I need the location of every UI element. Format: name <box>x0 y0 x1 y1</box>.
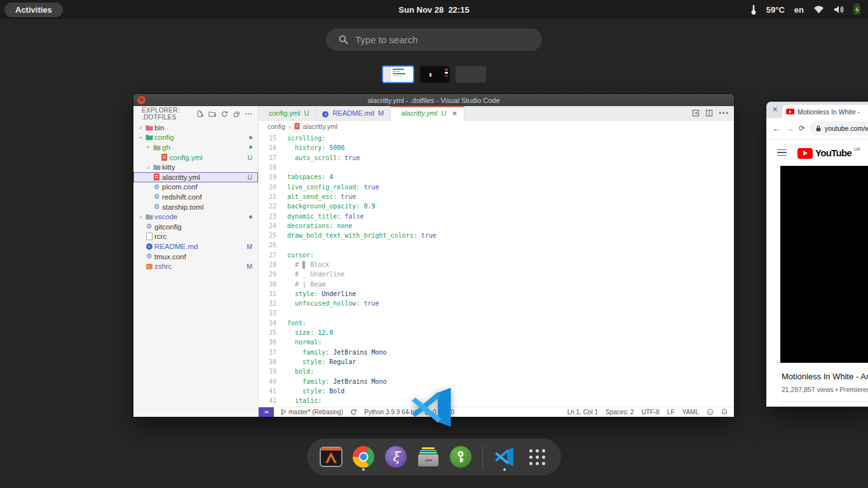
youtube-favicon <box>786 109 794 114</box>
back-button[interactable]: ← <box>772 124 781 133</box>
tree-item-gitconfig[interactable]: ⚙gitconfig <box>133 222 258 232</box>
search-input[interactable]: Type to search <box>326 29 542 51</box>
status-spaces[interactable]: Spaces: 2 <box>606 409 634 416</box>
keyboard-layout-indicator[interactable]: en <box>794 5 804 15</box>
tree-item-picom.conf[interactable]: ⚙picom.conf <box>133 182 258 193</box>
address-bar[interactable]: youtube.com/wa <box>810 121 868 135</box>
workspace-thumbnail-2[interactable] <box>420 66 450 83</box>
breadcrumb-folder[interactable]: config <box>268 123 285 130</box>
code-line: 16 history: 5000 <box>259 143 734 152</box>
workspace-thumbnail-1-active[interactable] <box>382 65 414 83</box>
status-yaml[interactable]: YAML <box>682 409 700 416</box>
more-actions-icon[interactable]: ··· <box>245 110 253 118</box>
status-sync[interactable] <box>350 409 357 416</box>
status-ln[interactable]: Ln 1, Col 1 <box>567 409 598 416</box>
tree-item-tmux.conf[interactable]: ⚙tmux.conf <box>133 252 258 262</box>
close-tab-icon[interactable]: ✕ <box>452 110 457 117</box>
menu-icon[interactable] <box>777 149 787 156</box>
dock-keepass-icon[interactable] <box>449 443 473 471</box>
tree-item-redshift.conf[interactable]: ⚙redshift.conf <box>133 192 258 202</box>
line-number: 27 <box>259 252 276 259</box>
status-interpreter[interactable]: Python 3.9.9 64-bit <box>364 409 417 416</box>
tree-item-zshrc[interactable]: >_zshrcM <box>133 261 258 271</box>
code-line: 20live_config_reload: true <box>259 182 734 191</box>
new-folder-icon[interactable] <box>208 111 216 118</box>
code-tokens: bold: <box>287 368 314 375</box>
code-line: 42 italic: <box>259 396 734 405</box>
more-editor-actions-icon[interactable]: ··· <box>719 107 729 119</box>
video-player[interactable] <box>780 166 868 363</box>
chevron-icon: › <box>145 164 152 171</box>
tab-git-badge: U <box>304 109 309 117</box>
dock-alacritty-icon[interactable] <box>319 443 343 471</box>
notifications-bell-icon[interactable] <box>721 409 728 416</box>
git-dot <box>249 146 258 149</box>
file-tree: ›bin›config›ghconfig.ymlU›kittyalacritty… <box>133 123 258 271</box>
tab-config.yml[interactable]: config.ymlU <box>259 106 316 120</box>
video-meta: 21,287,857 views • Premiered Dec <box>782 386 868 393</box>
tree-item-rcrc[interactable]: rcrc <box>133 232 258 242</box>
code-tokens: decorations: none <box>287 222 352 229</box>
gear-icon: ⚙ <box>144 223 154 230</box>
shell-icon: >_ <box>144 264 154 269</box>
tree-item-vscode[interactable]: ›vscode <box>133 212 258 222</box>
forward-button[interactable]: → <box>785 124 794 133</box>
dock-app-grid-icon[interactable] <box>525 443 549 471</box>
vscode-title-bar[interactable]: ✕ alacritty.yml - .dotfiles - Visual Stu… <box>133 94 734 106</box>
tree-item-README.md[interactable]: iREADME.mdM <box>133 241 258 252</box>
reload-button[interactable]: ⟳ <box>799 124 805 133</box>
dock-files-icon[interactable] <box>416 443 440 471</box>
code-tokens: style: Underline <box>287 290 356 297</box>
tab-label: alacritty.yml <box>401 109 437 117</box>
code-tokens: live_config_reload: true <box>287 184 379 191</box>
wifi-icon <box>813 5 824 14</box>
workspace-switcher <box>0 65 868 83</box>
remote-indicator[interactable]: >< <box>259 407 274 417</box>
code-editor[interactable]: 15scrolling:16 history: 500017 auto_scro… <box>259 132 734 407</box>
tree-item-label: vscode <box>154 213 177 220</box>
tree-item-kitty[interactable]: ›kitty <box>133 162 258 172</box>
status-branch[interactable]: master* (Rebasing) <box>280 409 343 416</box>
explorer-sidebar: EXPLORER: .DOTFILES ··· ›bin›config›ghco… <box>133 106 259 417</box>
close-window-button[interactable]: ✕ <box>137 96 146 104</box>
chevron-icon: › <box>145 144 152 151</box>
refresh-icon[interactable] <box>221 111 228 118</box>
tree-item-config[interactable]: ›config <box>133 133 258 143</box>
workspace-thumbnail-3[interactable] <box>456 66 486 83</box>
tree-item-alacritty.yml[interactable]: alacritty.ymlU <box>133 172 258 182</box>
tab-alacritty.yml[interactable]: alacritty.ymlU✕ <box>391 106 465 121</box>
new-file-icon[interactable] <box>196 110 203 118</box>
breadcrumb[interactable]: config › alacritty.yml <box>259 121 734 132</box>
status-utf-8[interactable]: UTF-8 <box>641 409 659 416</box>
tree-item-starship.toml[interactable]: ⚙starship.toml <box>133 202 258 212</box>
split-editor-icon[interactable] <box>705 109 713 117</box>
status-lf[interactable]: LF <box>667 409 675 416</box>
tree-item-bin[interactable]: ›bin <box>133 123 258 133</box>
line-number: 16 <box>259 144 276 151</box>
clock[interactable]: Sun Nov 28 22:15 <box>0 5 868 15</box>
code-line: 21alt_send_esc: true <box>259 192 734 201</box>
dock-chrome-icon[interactable] <box>351 443 376 471</box>
dock-vscode-icon[interactable] <box>492 443 517 471</box>
line-number: 36 <box>259 339 276 346</box>
collapse-all-icon[interactable] <box>233 111 240 118</box>
dock-emacs-icon[interactable]: ξ <box>384 443 408 471</box>
chrome-active-tab[interactable]: Motionless In White - ◄ <box>782 105 868 118</box>
chevron-icon: › <box>137 214 144 220</box>
open-changes-icon[interactable] <box>692 109 700 117</box>
line-number: 19 <box>259 173 276 180</box>
tree-item-config.yml[interactable]: config.ymlU <box>133 152 258 163</box>
tree-item-gh[interactable]: ›gh <box>133 142 258 152</box>
code-line: 39 bold: <box>259 367 734 376</box>
line-number: 35 <box>259 329 276 336</box>
system-status-area[interactable]: 59°C en <box>750 0 860 19</box>
feedback-icon[interactable] <box>707 409 714 416</box>
tree-item-label: gh <box>162 144 170 151</box>
code-tokens: # _ Underline <box>287 271 344 278</box>
breadcrumb-file[interactable]: alacritty.yml <box>303 123 338 130</box>
code-tokens: alt_send_esc: true <box>287 193 356 200</box>
chevron-icon: › <box>137 134 144 141</box>
youtube-logo[interactable]: YouTube UA <box>797 147 860 159</box>
tab-README.md[interactable]: iREADME.mdM <box>316 106 391 120</box>
previous-tab-close-icon[interactable]: ✕ <box>772 105 778 114</box>
